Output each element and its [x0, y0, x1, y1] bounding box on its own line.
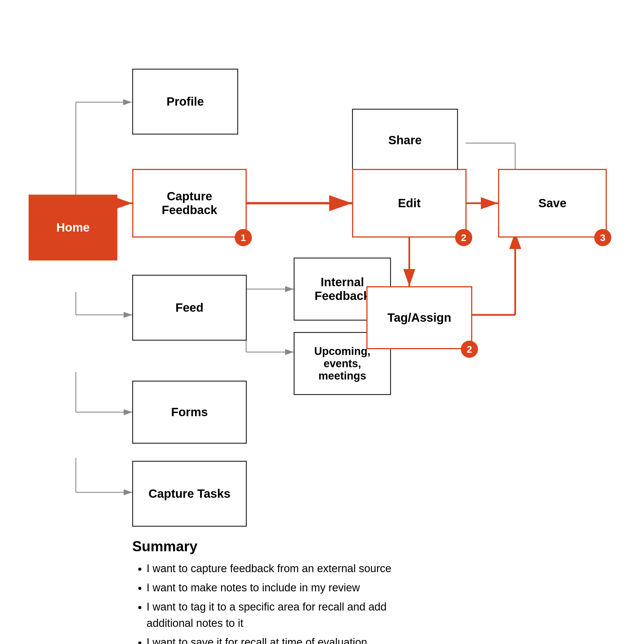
badge-3: 3	[594, 229, 611, 246]
badge-2-edit: 2	[455, 229, 472, 246]
share-box: Share	[352, 109, 458, 172]
save-label: Save	[538, 196, 566, 210]
forms-label: Forms	[171, 405, 208, 419]
capture-tasks-box: Capture Tasks	[132, 461, 247, 527]
upcoming-events-label: Upcoming, events, meetings	[314, 345, 370, 382]
home-box: Home	[29, 195, 117, 260]
capture-feedback-label: Capture Feedback	[162, 189, 217, 217]
save-box: Save	[498, 169, 607, 238]
summary-item-4: I want to save it for recall at time of …	[147, 634, 404, 644]
edit-label: Edit	[398, 196, 420, 210]
summary-item-2: I want to make notes to include in my re…	[147, 580, 404, 596]
summary-item-1: I want to capture feedback from an exter…	[147, 560, 404, 577]
home-label: Home	[56, 221, 90, 234]
internal-feedback-label: Internal Feedback	[315, 275, 370, 303]
feed-box: Feed	[132, 275, 247, 341]
share-label: Share	[388, 133, 422, 147]
forms-box: Forms	[132, 381, 247, 444]
summary-title: Summary	[132, 538, 404, 555]
feed-label: Feed	[175, 301, 204, 315]
profile-label: Profile	[167, 95, 204, 108]
diagram-container: Home Profile Capture Feedback 1 Feed For…	[0, 0, 644, 644]
summary-list: I want to capture feedback from an exter…	[132, 560, 404, 644]
tag-assign-box: Tag/Assign	[366, 286, 472, 349]
tag-assign-label: Tag/Assign	[387, 311, 451, 325]
summary-section: Summary I want to capture feedback from …	[132, 538, 404, 644]
capture-feedback-box: Capture Feedback	[132, 169, 247, 238]
capture-tasks-label: Capture Tasks	[149, 487, 230, 501]
profile-box: Profile	[132, 69, 238, 135]
badge-2-tag: 2	[461, 341, 478, 358]
summary-item-3: I want to tag it to a specific area for …	[147, 599, 404, 631]
edit-box: Edit	[352, 169, 467, 238]
badge-1: 1	[235, 229, 252, 246]
